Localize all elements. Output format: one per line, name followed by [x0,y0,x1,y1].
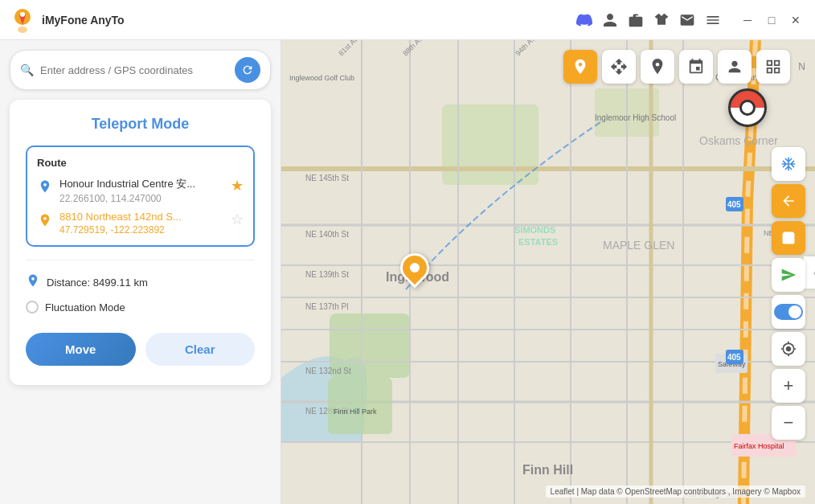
route-label: Route [37,157,244,169]
to-location-icon [37,212,53,228]
svg-text:405: 405 [727,353,741,362]
move-mode-button[interactable] [602,50,636,84]
fluctuation-label: Fluctuation Mode [45,301,125,313]
to-location-coords: 47.729519, -122.223892 [59,224,224,236]
to-favorite-icon[interactable]: ☆ [231,211,244,228]
close-button[interactable]: ✕ [786,10,805,30]
from-location-icon [37,178,53,195]
search-icon: 🔍 [20,64,34,76]
refresh-button[interactable] [235,57,260,83]
teleport-title: Teleport Mode [26,116,255,133]
svg-rect-5 [442,104,539,185]
svg-text:SIMONDS: SIMONDS [514,225,555,235]
fluctuation-radio[interactable] [26,301,39,313]
svg-text:NE 132nd St: NE 132nd St [305,367,351,375]
pokeball-icon [728,88,767,127]
svg-text:Finn Hill: Finn Hill [522,463,573,477]
svg-text:MAPLE GLEN: MAPLE GLEN [603,239,674,252]
zoom-out-button[interactable]: − [772,406,805,440]
svg-point-2 [20,12,25,17]
window-controls: ─ □ ✕ [738,10,805,30]
location-button[interactable] [772,332,805,366]
distance-text: Distance: 8499.11 km [47,277,148,289]
main-content: 🔍 Teleport Mode Route Honou [0,40,815,504]
map-attribution: Leaflet | Map data © OpenStreetMap contr… [546,486,805,498]
from-favorite-icon[interactable]: ★ [231,177,244,195]
search-bar: 🔍 [10,50,271,90]
app-logo [10,7,35,33]
svg-text:NE 137th Pl: NE 137th Pl [305,302,348,311]
svg-text:Fairfax Hospital: Fairfax Hospital [734,442,784,450]
user-icon[interactable] [601,11,619,29]
svg-text:NE 139th St: NE 139th St [305,270,349,279]
discord-icon[interactable] [575,11,593,29]
divider [26,260,255,260]
route-from-item: Honour Industrial Centre 安... 22.266100,… [37,177,244,204]
distance-row: Distance: 8499.11 km [26,273,255,291]
to-location-name: 8810 Northeast 142nd S... [59,211,224,223]
package-button[interactable] [772,221,805,255]
fluctuation-row: Fluctuation Mode [26,301,255,313]
title-bar-icons: ─ □ ✕ [575,10,805,30]
svg-text:ESTATES: ESTATES [518,237,558,247]
svg-rect-45 [328,378,392,434]
grid-button[interactable] [756,50,790,84]
to-location-text: 8810 Northeast 142nd S... 47.729519, -12… [59,211,224,236]
from-location-text: Honour Industrial Centre 安... 22.266100,… [59,177,224,204]
from-location-name: Honour Industrial Centre 安... [59,177,224,191]
svg-text:Finn Hill Park: Finn Hill Park [334,408,377,416]
mail-icon[interactable] [678,11,696,29]
route-box: Route Honour Industrial Centre 安... 22.2… [26,145,255,247]
from-location-coords: 22.266100, 114.247000 [59,193,224,204]
svg-text:NE 145th St: NE 145th St [305,174,349,182]
shirt-icon[interactable] [653,11,670,29]
collapse-panel-button[interactable]: ‹ [804,256,815,289]
svg-text:405: 405 [727,200,741,209]
search-input[interactable] [40,64,235,76]
right-controls: + − [772,147,805,440]
minimize-button[interactable]: ─ [738,10,757,30]
svg-point-54 [788,305,801,318]
svg-point-1 [18,27,27,33]
freeze-button[interactable] [772,147,805,181]
maximize-button[interactable]: □ [762,10,781,30]
avatar-button[interactable] [718,50,752,84]
svg-text:Oskams Corner: Oskams Corner [699,134,778,147]
attribution-text: Leaflet | Map data © OpenStreetMap contr… [551,487,801,496]
svg-text:Inglemoor High School: Inglemoor High School [595,113,676,122]
svg-text:Inglewood Golf Club: Inglewood Golf Club [289,74,354,82]
teleport-card: Teleport Mode Route Honour Industrial Ce… [10,100,271,385]
send-button[interactable] [772,258,805,292]
move-button[interactable]: Move [26,333,136,366]
menu-icon[interactable] [704,11,722,29]
title-bar: iMyFone AnyTo ─ □ ✕ [0,0,815,40]
briefcase-icon[interactable] [627,11,645,29]
clear-button[interactable]: Clear [145,333,256,366]
distance-icon [26,273,40,291]
teleport-mode-button[interactable] [563,50,597,84]
route-to-item: 8810 Northeast 142nd S... 47.729519, -12… [37,211,244,236]
action-buttons: Move Clear [26,333,255,366]
map-label-n: N [798,50,805,84]
app-title: iMyFone AnyTo [42,14,575,27]
toggle-button[interactable] [772,295,805,329]
map-toolbar: N [563,50,805,84]
svg-text:NE 140th St: NE 140th St [305,230,349,239]
map-area[interactable]: NE 145th St NE 140th St NE 139th St NE 1… [281,40,815,504]
zoom-in-button[interactable]: + [772,369,805,403]
map-pin [400,253,429,282]
back-arrow-button[interactable] [772,184,805,218]
left-panel: 🔍 Teleport Mode Route Honou [0,40,281,504]
route-mode-button[interactable] [641,50,674,84]
multi-stop-button[interactable] [679,50,713,84]
